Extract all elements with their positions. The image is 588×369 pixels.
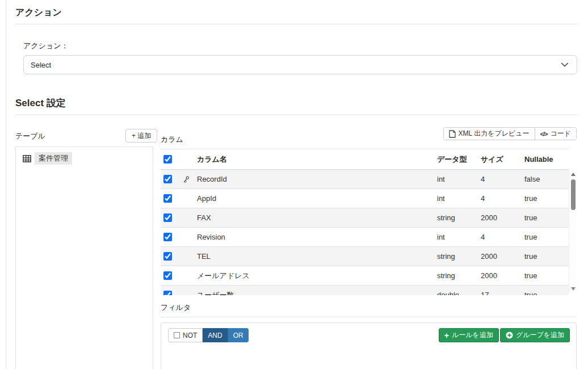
scroll-up-arrow-icon[interactable] [571, 173, 576, 176]
page: アクション アクション： Select Select 設定 テーブル + 追加 … [0, 0, 588, 369]
cell-nullable: true [524, 208, 569, 228]
xml-preview-button[interactable]: XML 出力をプレビュー [444, 128, 535, 140]
columns-table-container: カラム名 データ型 サイズ Nullable RecordId int 4 fa [161, 149, 577, 295]
header-data-type: データ型 [437, 149, 481, 170]
plus-icon: + [444, 332, 449, 339]
table-header-row: カラム名 データ型 サイズ Nullable [161, 149, 569, 170]
table-grid-icon [23, 154, 31, 163]
divider [161, 317, 577, 317]
row-checkbox[interactable] [163, 175, 172, 183]
cell-size: 2000 [481, 266, 524, 286]
add-table-button[interactable]: + 追加 [125, 129, 157, 142]
cell-column-name: Revision [195, 228, 437, 247]
cell-data-type: int [437, 189, 481, 208]
table-row: FAX string 2000 true [161, 208, 569, 228]
cell-column-name: RecordId [195, 170, 437, 189]
table-row: AppId int 4 true [161, 189, 569, 208]
not-toggle-button[interactable]: NOT [168, 328, 203, 342]
tables-panel-label: テーブル [15, 131, 45, 141]
scrollbar-thumb[interactable] [571, 179, 576, 210]
row-checkbox[interactable] [163, 252, 172, 261]
columns-table: カラム名 データ型 サイズ Nullable RecordId int 4 fa [161, 149, 569, 295]
header-column-name: カラム名 [195, 149, 437, 170]
add-group-button[interactable]: グループを追加 [500, 328, 570, 342]
table-row: TEL string 2000 true [161, 247, 569, 266]
xml-preview-label: XML 出力をプレビュー [459, 129, 530, 139]
cell-data-type: int [437, 170, 481, 189]
cell-nullable: true [524, 286, 569, 296]
cell-column-name: TEL [195, 247, 437, 266]
filter-builder-panel: NOT AND OR + ルールを追加 グループを追加 [161, 322, 577, 369]
action-field-label: アクション： [23, 41, 69, 51]
table-row: ユーザー数 double 17 true [161, 286, 569, 296]
code-label: コード [550, 129, 571, 139]
cell-size: 2000 [481, 247, 524, 266]
cell-data-type: double [437, 286, 481, 296]
cell-nullable: true [524, 266, 569, 286]
cell-size: 4 [481, 189, 524, 208]
columns-panel-label: カラム [161, 135, 183, 145]
cell-data-type: string [437, 247, 481, 266]
add-rule-label: ルールを追加 [452, 330, 493, 340]
file-icon [449, 130, 456, 138]
cell-data-type: int [437, 228, 481, 247]
vertical-scrollbar[interactable] [569, 170, 577, 293]
cell-column-name: AppId [195, 189, 437, 208]
cell-data-type: string [437, 208, 481, 228]
action-select-value: Select [31, 61, 51, 69]
chevron-down-icon [561, 61, 569, 69]
tables-tree-panel: 案件管理 [15, 146, 153, 369]
cell-column-name: メールアドレス [195, 266, 437, 286]
cell-size: 4 [481, 228, 524, 247]
code-button[interactable]: </> コード [535, 128, 576, 140]
plus-circle-icon [506, 332, 513, 339]
columns-toolbar: XML 出力をプレビュー </> コード [443, 127, 577, 140]
cell-size: 2000 [481, 208, 524, 228]
cell-nullable: false [524, 170, 569, 189]
header-nullable: Nullable [524, 149, 569, 170]
condition-group: NOT AND OR [168, 328, 249, 342]
cell-nullable: true [524, 189, 569, 208]
row-checkbox[interactable] [163, 213, 172, 222]
cell-column-name: FAX [195, 208, 437, 228]
cell-nullable: true [524, 228, 569, 247]
page-left-border [6, 0, 6, 369]
checkbox-unchecked-icon [174, 332, 180, 338]
cell-nullable: true [524, 247, 569, 266]
primary-key-icon [182, 175, 190, 183]
action-section-title: アクション [15, 7, 62, 19]
add-group-label: グループを追加 [516, 330, 564, 340]
tree-item-label: 案件管理 [35, 152, 72, 165]
cell-size: 4 [481, 170, 524, 189]
row-checkbox[interactable] [163, 233, 172, 241]
row-checkbox[interactable] [163, 271, 172, 280]
settings-section-title: Select 設定 [15, 97, 66, 110]
cell-size: 17 [481, 286, 524, 296]
divider [15, 24, 577, 24]
filter-panel-label: フィルタ [161, 303, 191, 313]
divider [15, 115, 577, 115]
add-rule-button[interactable]: + ルールを追加 [439, 328, 499, 342]
not-label: NOT [183, 332, 197, 339]
table-row: Revision int 4 true [161, 228, 569, 247]
filter-actions: + ルールを追加 グループを追加 [439, 328, 570, 342]
select-all-checkbox[interactable] [163, 155, 172, 163]
and-button[interactable]: AND [203, 328, 227, 342]
cell-data-type: string [437, 266, 481, 286]
header-size: サイズ [481, 149, 524, 170]
row-checkbox[interactable] [163, 194, 172, 203]
or-button[interactable]: OR [228, 328, 249, 342]
table-row: メールアドレス string 2000 true [161, 266, 569, 286]
cell-column-name: ユーザー数 [195, 286, 437, 296]
action-select[interactable]: Select [23, 55, 577, 74]
scroll-down-arrow-icon[interactable] [571, 287, 576, 291]
code-icon: </> [540, 131, 548, 137]
table-row: RecordId int 4 false [161, 170, 569, 189]
tree-item-table[interactable]: 案件管理 [23, 152, 153, 165]
row-checkbox[interactable] [163, 291, 172, 295]
